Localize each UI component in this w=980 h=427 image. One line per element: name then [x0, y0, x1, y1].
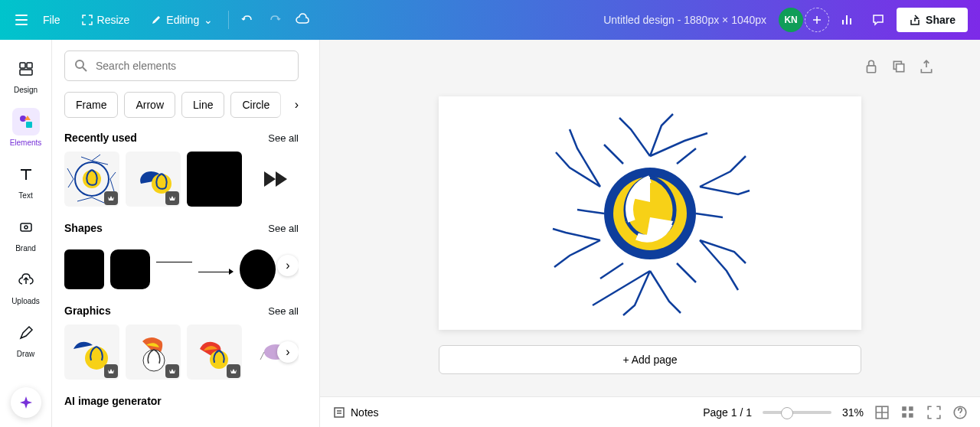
top-bar-left: File Resize Editing [12, 8, 597, 32]
svg-rect-22 [902, 406, 906, 411]
svg-rect-5 [21, 223, 31, 231]
pill-line[interactable]: Line [181, 92, 224, 118]
recent-thumb-3[interactable] [187, 152, 242, 207]
pill-arrow[interactable]: Arrow [124, 92, 175, 118]
elements-panel: Frame Arrow Line Circle Sq Recently used… [52, 40, 311, 427]
svg-rect-15 [867, 66, 875, 73]
pro-badge-icon [104, 191, 118, 205]
zoom-value[interactable]: 31% [842, 406, 864, 419]
text-icon [18, 166, 34, 183]
recent-thumb-4[interactable] [248, 152, 299, 207]
comment-button[interactable] [866, 8, 890, 32]
notes-label: Notes [351, 406, 379, 419]
graphics-scroll-right[interactable] [277, 341, 299, 363]
design-icon [18, 60, 34, 77]
pills-scroll-right[interactable] [277, 92, 299, 118]
resize-icon [82, 15, 93, 25]
volleyball-crack-graphic[interactable] [547, 110, 753, 317]
search-elements-input[interactable] [64, 51, 299, 81]
recently-used-title: Recently used [64, 132, 137, 144]
shape-square[interactable] [64, 249, 104, 289]
chevron-right-icon [286, 259, 289, 272]
grid-view-icon[interactable] [874, 405, 890, 420]
notes-button[interactable]: Notes [332, 406, 379, 419]
rail-brand-label: Brand [15, 244, 36, 253]
search-icon [74, 59, 88, 73]
share-icon [909, 14, 921, 26]
chevron-right-icon [286, 345, 289, 359]
recently-used-see-all[interactable]: See all [268, 132, 299, 144]
rail-design-label: Design [14, 86, 38, 94]
graphics-see-all[interactable]: See all [268, 305, 299, 317]
duplicate-page-icon[interactable] [891, 59, 906, 74]
shapes-title: Shapes [64, 222, 103, 234]
add-page-button[interactable]: + Add page [439, 345, 861, 374]
rail-brand[interactable]: Brand [3, 207, 49, 259]
canvas-area: + Add page Notes Page 1 / 1 31% [320, 40, 980, 427]
side-rail: Design Elements Text Brand Uploads Draw [0, 40, 52, 427]
page-indicator[interactable]: Page 1 / 1 [703, 406, 752, 419]
pill-circle[interactable]: Circle [230, 92, 281, 118]
help-icon[interactable] [952, 405, 968, 420]
recent-thumb-1[interactable] [64, 152, 119, 207]
design-page[interactable] [439, 96, 861, 330]
editing-label: Editing [166, 14, 199, 26]
recent-thumb-2[interactable] [126, 152, 181, 207]
shape-rounded-square[interactable] [110, 249, 150, 289]
zoom-slider[interactable] [763, 411, 831, 414]
insights-button[interactable] [835, 8, 860, 32]
add-member-button[interactable] [805, 8, 829, 32]
lock-icon[interactable] [864, 59, 879, 74]
shape-circle[interactable] [240, 249, 276, 289]
panel-collapse-handle[interactable] [311, 40, 320, 427]
avatar[interactable]: KN [779, 8, 803, 32]
uploads-icon [18, 272, 34, 288]
resize-button[interactable]: Resize [73, 9, 139, 31]
export-icon[interactable] [919, 59, 934, 74]
rail-text[interactable]: Text [3, 155, 49, 206]
top-bar: File Resize Editing Untitled design - 18… [0, 0, 980, 40]
thumbnail-view-icon[interactable] [900, 405, 916, 420]
chevron-down-icon [204, 14, 213, 26]
graphics-header: Graphics See all [64, 305, 299, 317]
graphic-thumb-2[interactable] [126, 324, 181, 380]
hamburger-menu-icon[interactable] [12, 11, 31, 29]
rail-design[interactable]: Design [3, 49, 49, 100]
pill-frame[interactable]: Frame [64, 92, 118, 118]
shapes-scroll-right[interactable] [277, 255, 299, 276]
svg-point-12 [143, 350, 165, 371]
rail-draw[interactable]: Draw [3, 313, 49, 364]
share-button[interactable]: Share [897, 8, 968, 32]
svg-point-6 [24, 226, 28, 229]
file-menu-button[interactable]: File [34, 9, 70, 31]
rail-uploads[interactable]: Uploads [3, 260, 49, 311]
ai-generator-title: AI image generator [64, 395, 299, 407]
svg-rect-17 [897, 64, 904, 72]
pencil-icon [151, 15, 162, 25]
graphic-thumb-1[interactable] [64, 324, 119, 380]
cloud-sync-icon[interactable] [290, 8, 315, 32]
shapes-header: Shapes See all [64, 222, 299, 234]
rail-elements[interactable]: Elements [3, 102, 49, 153]
svg-point-13 [210, 350, 228, 369]
pro-badge-icon [104, 364, 118, 378]
svg-rect-4 [26, 122, 32, 128]
fullscreen-icon[interactable] [926, 405, 942, 420]
search-field[interactable] [96, 60, 289, 72]
canvas-viewport[interactable]: + Add page [320, 93, 980, 396]
document-title[interactable]: Untitled design - 1880px × 1040px [603, 14, 766, 26]
undo-button[interactable] [235, 8, 260, 32]
shapes-see-all[interactable]: See all [268, 223, 299, 234]
shape-arrow[interactable] [198, 264, 234, 279]
svg-rect-24 [902, 413, 906, 418]
notes-icon [332, 406, 346, 419]
editing-mode-button[interactable]: Editing [142, 9, 222, 31]
shape-line[interactable] [156, 262, 192, 262]
pro-badge-icon [165, 364, 179, 378]
magic-button[interactable] [11, 387, 41, 418]
graphic-thumb-3[interactable] [187, 324, 242, 380]
elements-icon [18, 113, 34, 130]
pro-badge-icon [165, 191, 179, 205]
draw-icon [18, 324, 34, 341]
redo-button[interactable] [263, 8, 287, 32]
